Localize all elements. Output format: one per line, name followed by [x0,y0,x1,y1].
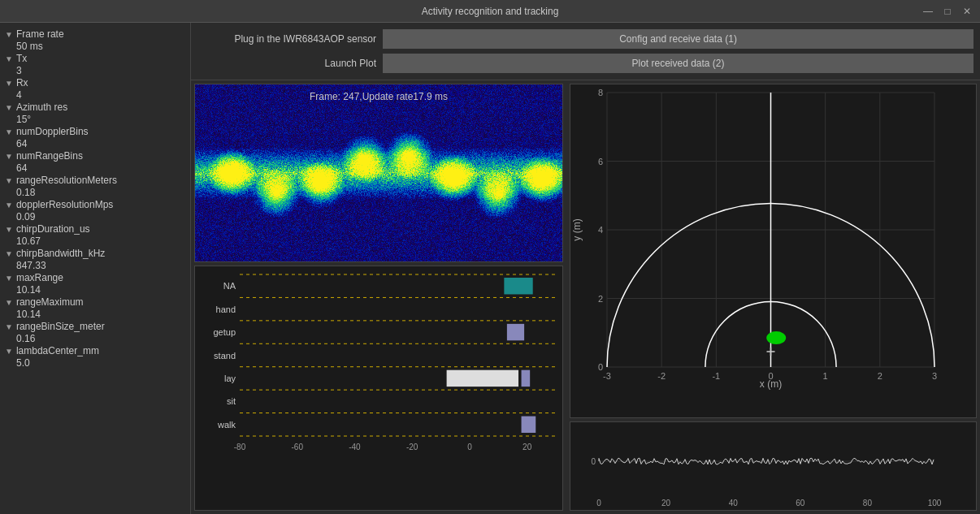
sidebar-key-12: rangeBinSize_meter [16,321,105,332]
sidebar-item-13: ▼ lambdaCenter_mm 5.0 [3,344,187,369]
sidebar-arrow-5: ▼ [5,152,13,161]
sidebar-key-9: chirpBandwidth_kHz [16,248,105,259]
sidebar-arrow-11: ▼ [5,298,13,307]
sidebar-value-4: 64 [3,138,187,149]
sidebar: ▼ Frame rate 50 ms ▼ Tx 3 ▼ Rx 4 ▼ Azimu… [0,23,191,514]
sidebar-item-11: ▼ rangeMaximum 10.14 [3,296,187,320]
sidebar-value-6: 0.18 [3,187,187,198]
sidebar-value-8: 10.67 [3,235,187,247]
sensor-label: Plug in the IWR6843AOP sensor [197,33,376,45]
heatmap-plot: Frame: 247,Update rate17.9 ms [194,84,563,262]
title-bar: Activity recognition and tracking — □ ✕ [0,0,980,23]
sidebar-value-3: 15° [3,114,187,125]
sidebar-key-2: Rx [16,77,28,89]
sidebar-items: ▼ Frame rate 50 ms ▼ Tx 3 ▼ Rx 4 ▼ Azimu… [0,26,190,370]
right-plots [566,80,980,514]
window-controls: — □ ✕ [921,6,973,17]
sidebar-item-0: ▼ Frame rate 50 ms [3,28,187,52]
restore-button[interactable]: □ [941,6,954,17]
sidebar-arrow-0: ▼ [5,30,13,39]
sidebar-value-5: 64 [3,162,187,174]
sidebar-key-13: lambdaCenter_mm [16,345,99,356]
config-row-2: Launch Plot Plot received data (2) [197,54,973,73]
sidebar-arrow-9: ▼ [5,249,13,258]
sidebar-item-1: ▼ Tx 3 [3,52,187,76]
sidebar-arrow-6: ▼ [5,176,13,185]
sidebar-value-9: 847.33 [3,260,187,271]
sidebar-arrow-2: ▼ [5,79,13,88]
sidebar-arrow-3: ▼ [5,103,13,112]
activity-plot [194,266,563,511]
sidebar-arrow-13: ▼ [5,347,13,356]
center-plots: Frame: 247,Update rate17.9 ms [191,80,566,514]
sidebar-key-7: dopplerResolutionMps [16,199,113,210]
sidebar-key-8: chirpDuration_us [16,223,90,235]
sidebar-item-12: ▼ rangeBinSize_meter 0.16 [3,320,187,344]
minimize-button[interactable]: — [921,6,934,17]
line-plot [570,421,977,511]
sidebar-value-12: 0.16 [3,333,187,344]
config-buttons: Plug in the IWR6843AOP sensor Config and… [191,23,980,80]
sidebar-value-11: 10.14 [3,309,187,320]
frame-label: Frame: 247,Update rate17.9 ms [310,91,448,102]
main-container: ▼ Frame rate 50 ms ▼ Tx 3 ▼ Rx 4 ▼ Azimu… [0,23,980,514]
sidebar-item-8: ▼ chirpDuration_us 10.67 [3,222,187,247]
sidebar-item-5: ▼ numRangeBins 64 [3,149,187,174]
sidebar-key-0: Frame rate [16,28,64,40]
sidebar-arrow-1: ▼ [5,54,13,63]
sidebar-value-10: 10.14 [3,284,187,296]
sidebar-key-4: numDopplerBins [16,126,89,137]
scatter-plot [570,84,977,418]
app-title: Activity recognition and tracking [422,6,559,17]
sidebar-arrow-12: ▼ [5,322,13,331]
sidebar-value-7: 0.09 [3,211,187,222]
sidebar-item-2: ▼ Rx 4 [3,76,187,101]
sidebar-arrow-10: ▼ [5,274,13,283]
close-button[interactable]: ✕ [960,6,973,17]
sidebar-value-1: 3 [3,65,187,76]
sidebar-key-1: Tx [16,53,27,64]
config-area: Plug in the IWR6843AOP sensor Config and… [191,23,980,514]
sidebar-key-10: maxRange [16,272,63,283]
plot-label: Launch Plot [197,58,376,69]
sidebar-key-5: numRangeBins [16,150,83,162]
config-button-2[interactable]: Plot received data (2) [383,54,973,73]
sidebar-value-2: 4 [3,89,187,101]
content-area: Frame: 247,Update rate17.9 ms [191,80,980,514]
sidebar-arrow-8: ▼ [5,225,13,234]
sidebar-value-13: 5.0 [3,357,187,369]
sidebar-arrow-4: ▼ [5,127,13,136]
sidebar-key-11: rangeMaximum [16,296,84,308]
sidebar-item-9: ▼ chirpBandwidth_kHz 847.33 [3,247,187,271]
sidebar-value-0: 50 ms [3,41,187,52]
config-row-1: Plug in the IWR6843AOP sensor Config and… [197,29,973,49]
config-button-1[interactable]: Config and receive data (1) [383,29,973,49]
sidebar-item-7: ▼ dopplerResolutionMps 0.09 [3,198,187,222]
sidebar-arrow-7: ▼ [5,201,13,209]
sidebar-key-3: Azimuth res [16,102,67,113]
sidebar-item-10: ▼ maxRange 10.14 [3,271,187,296]
sidebar-item-6: ▼ rangeResolutionMeters 0.18 [3,174,187,198]
sidebar-item-3: ▼ Azimuth res 15° [3,101,187,125]
sidebar-key-6: rangeResolutionMeters [16,175,117,186]
sidebar-item-4: ▼ numDopplerBins 64 [3,125,187,149]
